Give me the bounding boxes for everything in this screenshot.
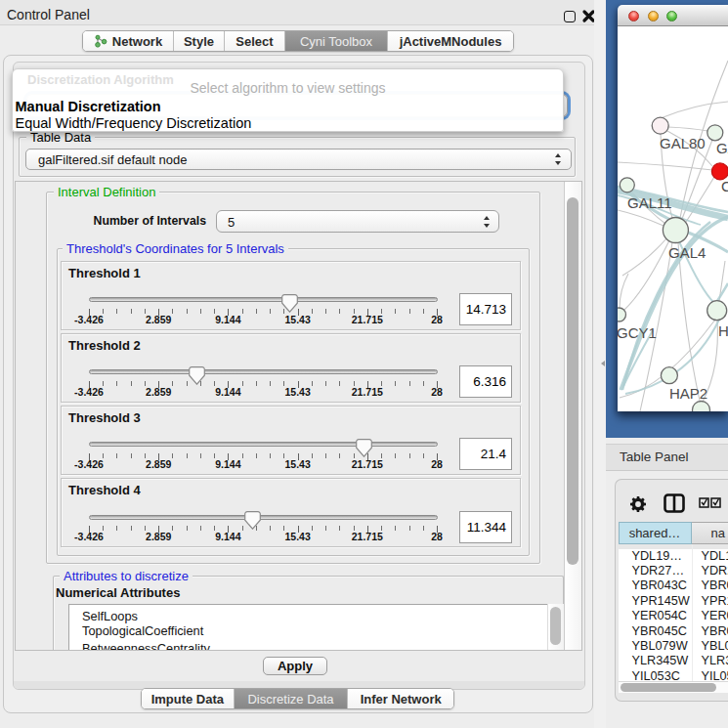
svg-text:GA: GA — [716, 140, 728, 156]
svg-text:H: H — [718, 322, 728, 339]
svg-text:GAL4: GAL4 — [668, 244, 706, 261]
svg-text:HAP2: HAP2 — [669, 385, 707, 402]
svg-text:GCY1: GCY1 — [618, 324, 657, 341]
svg-text:GAL11: GAL11 — [627, 194, 672, 211]
svg-text:GAL80: GAL80 — [660, 135, 706, 151]
svg-text:CY: CY — [721, 178, 728, 194]
